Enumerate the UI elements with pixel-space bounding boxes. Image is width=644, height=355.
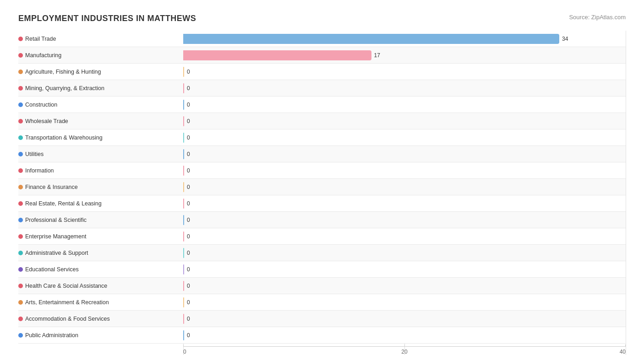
- bar-track: 0: [183, 297, 626, 307]
- bar-fill: [183, 215, 184, 225]
- bar-row: Educational Services0: [18, 261, 626, 278]
- bar-fill: [183, 264, 184, 274]
- bar-label-area: Manufacturing: [18, 52, 61, 59]
- bar-fill: [183, 133, 184, 143]
- bar-label-area: Transportation & Warehousing: [18, 134, 103, 141]
- bar-dot: [18, 333, 23, 338]
- chart-title: EMPLOYMENT INDUSTRIES IN MATTHEWS: [18, 14, 196, 23]
- bar-fill: [183, 281, 184, 291]
- bar-label: Enterprise Management: [25, 233, 86, 240]
- bar-row: Public Administration0: [18, 327, 626, 344]
- bar-value: 0: [187, 283, 190, 289]
- bar-label-area: Wholesale Trade: [18, 118, 68, 124]
- bar-label-area: Public Administration: [18, 332, 78, 339]
- bar-value: 0: [187, 316, 190, 322]
- bar-value: 0: [187, 184, 190, 190]
- bar-row: Administrative & Support0: [18, 245, 626, 261]
- bar-row: Professional & Scientific0: [18, 212, 626, 228]
- bar-label-area: Administrative & Support: [18, 250, 88, 256]
- x-axis-tick: 20: [331, 347, 478, 355]
- chart-header: EMPLOYMENT INDUSTRIES IN MATTHEWS Source…: [18, 14, 626, 23]
- bar-fill: [183, 199, 184, 209]
- bar-row: Enterprise Management0: [18, 228, 626, 245]
- bar-fill: [183, 50, 371, 60]
- bar-fill: [183, 231, 184, 242]
- bar-track: 0: [183, 264, 626, 274]
- bar-dot: [18, 135, 23, 140]
- bar-row: Agriculture, Fishing & Hunting0: [18, 64, 626, 80]
- bar-dot: [18, 152, 23, 156]
- bar-label: Arts, Entertainment & Recreation: [25, 299, 109, 306]
- bar-value: 0: [187, 200, 190, 207]
- bar-track: 0: [183, 215, 626, 225]
- chart-source: Source: ZipAtlas.com: [569, 14, 626, 21]
- bar-value: 34: [562, 36, 568, 42]
- bar-track: 0: [183, 83, 626, 93]
- bar-label: Real Estate, Rental & Leasing: [25, 200, 102, 207]
- bar-dot: [18, 185, 23, 189]
- bar-fill: [183, 166, 184, 176]
- bar-label-area: Educational Services: [18, 266, 79, 273]
- bar-value: 0: [187, 151, 190, 157]
- bar-label: Educational Services: [25, 266, 79, 273]
- bar-value: 0: [187, 134, 190, 141]
- bar-track: 0: [183, 199, 626, 209]
- bar-dot: [18, 300, 23, 305]
- bar-track: 0: [183, 281, 626, 291]
- bar-track: 17: [183, 50, 626, 60]
- bar-track: 0: [183, 67, 626, 77]
- bar-value: 17: [374, 52, 380, 59]
- bar-row: Finance & Insurance0: [18, 179, 626, 195]
- bar-dot: [18, 234, 23, 239]
- bar-label-area: Arts, Entertainment & Recreation: [18, 299, 109, 306]
- bar-label: Wholesale Trade: [25, 118, 68, 124]
- bar-track: 0: [183, 133, 626, 143]
- bar-row: Utilities0: [18, 146, 626, 162]
- bar-row: Accommodation & Food Services0: [18, 311, 626, 327]
- bar-dot: [18, 267, 23, 272]
- x-axis-tick: 40: [478, 347, 626, 355]
- bar-track: 0: [183, 248, 626, 258]
- bar-track: 0: [183, 182, 626, 192]
- bar-track: 0: [183, 231, 626, 242]
- chart-area: Retail Trade34Manufacturing17Agriculture…: [18, 31, 626, 355]
- bar-row: Retail Trade34: [18, 31, 626, 47]
- bar-value: 0: [187, 167, 190, 174]
- bar-dot: [18, 168, 23, 173]
- bar-value: 0: [187, 85, 190, 91]
- bar-value: 0: [187, 217, 190, 223]
- bar-label: Health Care & Social Assistance: [25, 283, 107, 289]
- bar-track: 0: [183, 314, 626, 324]
- bar-row: Construction0: [18, 97, 626, 113]
- grid-line: [626, 31, 626, 355]
- bar-dot: [18, 284, 23, 288]
- bar-label-area: Retail Trade: [18, 36, 56, 42]
- bar-row: Arts, Entertainment & Recreation0: [18, 294, 626, 311]
- bar-fill: [183, 83, 184, 93]
- bar-row: Real Estate, Rental & Leasing0: [18, 195, 626, 212]
- bar-fill: [183, 314, 184, 324]
- chart-container: EMPLOYMENT INDUSTRIES IN MATTHEWS Source…: [9, 9, 635, 355]
- bar-value: 0: [187, 69, 190, 75]
- bar-label-area: Professional & Scientific: [18, 217, 87, 223]
- bar-value: 0: [187, 266, 190, 273]
- bar-label: Information: [25, 167, 54, 174]
- bar-label: Utilities: [25, 151, 44, 157]
- bar-dot: [18, 218, 23, 222]
- bar-value: 0: [187, 250, 190, 256]
- bar-value: 0: [187, 102, 190, 108]
- bar-track: 0: [183, 116, 626, 126]
- x-axis-tick: 0: [183, 347, 331, 355]
- bar-track: 0: [183, 330, 626, 340]
- bar-track: 34: [183, 34, 626, 44]
- bar-label-area: Accommodation & Food Services: [18, 316, 110, 322]
- bar-label-area: Construction: [18, 102, 57, 108]
- bar-fill: [183, 182, 184, 192]
- bar-track: 0: [183, 166, 626, 176]
- bar-fill: [183, 248, 184, 258]
- bar-dot: [18, 53, 23, 58]
- bar-label: Manufacturing: [25, 52, 61, 59]
- bar-label: Finance & Insurance: [25, 184, 78, 190]
- bar-label-area: Finance & Insurance: [18, 184, 78, 190]
- bar-fill: [183, 116, 184, 126]
